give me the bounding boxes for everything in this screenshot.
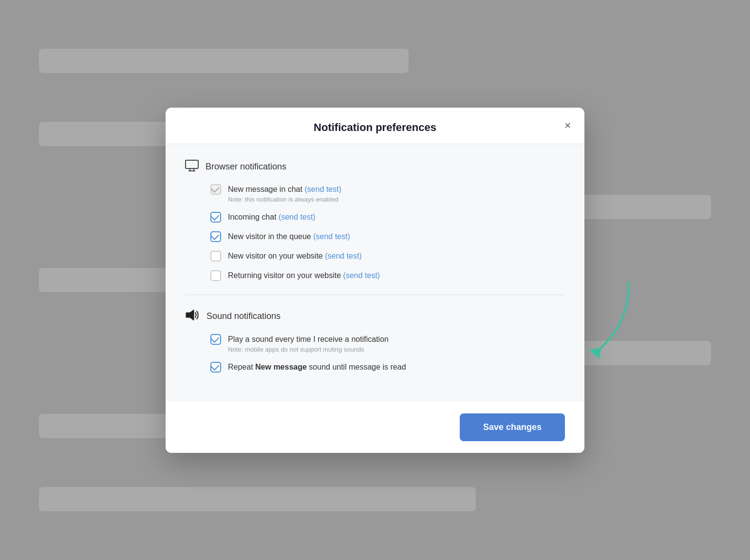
send-test-new-message-chat[interactable]: (send test) xyxy=(304,185,341,193)
close-button[interactable]: × xyxy=(562,118,573,133)
option-new-visitor-queue: New visitor in the queue (send test) xyxy=(210,231,565,242)
option-row: Repeat New message sound until message i… xyxy=(210,362,565,373)
option-label-incoming-chat: Incoming chat (send test) xyxy=(228,213,316,222)
option-label-new-visitor-queue: New visitor in the queue (send test) xyxy=(228,232,350,241)
browser-section-title: Browser notifications xyxy=(206,162,286,172)
modal-footer: Save changes xyxy=(166,402,584,453)
option-new-visitor-website: New visitor on your website (send test) xyxy=(210,251,565,261)
sound-section-header: Sound notifications xyxy=(185,309,565,324)
option-row: New visitor in the queue (send test) xyxy=(210,231,565,242)
option-new-message-chat: New message in chat (send test) Note: th… xyxy=(210,184,565,203)
send-test-new-visitor-queue[interactable]: (send test) xyxy=(313,232,350,241)
send-test-new-visitor-website[interactable]: (send test) xyxy=(325,252,362,260)
sound-options-list: Play a sound every time I receive a noti… xyxy=(185,334,565,373)
modal-body: Browser notifications New message in cha… xyxy=(166,144,584,402)
option-label-repeat-sound: Repeat New message sound until message i… xyxy=(228,363,406,372)
option-label-returning-visitor: Returning visitor on your website (send … xyxy=(228,271,380,280)
svg-rect-0 xyxy=(186,160,198,168)
option-note-new-message-chat: Note: this notification is always enable… xyxy=(228,196,565,203)
option-repeat-sound: Repeat New message sound until message i… xyxy=(210,362,565,373)
speaker-icon xyxy=(185,309,200,324)
option-incoming-chat: Incoming chat (send test) xyxy=(210,212,565,223)
checkbox-incoming-chat[interactable] xyxy=(210,212,221,223)
checkbox-new-visitor-website[interactable] xyxy=(210,251,221,261)
option-row: Play a sound every time I receive a noti… xyxy=(210,334,565,345)
option-row: New message in chat (send test) xyxy=(210,184,565,195)
send-test-returning-visitor[interactable]: (send test) xyxy=(343,271,380,280)
send-test-incoming-chat[interactable]: (send test) xyxy=(279,213,316,221)
svg-marker-5 xyxy=(589,348,601,359)
notification-preferences-modal: Notification preferences × Browser n xyxy=(166,108,584,453)
checkbox-new-message-chat[interactable] xyxy=(210,184,221,195)
checkbox-returning-visitor[interactable] xyxy=(210,270,221,281)
monitor-icon xyxy=(185,160,199,174)
save-changes-button[interactable]: Save changes xyxy=(460,413,565,441)
browser-section-header: Browser notifications xyxy=(185,160,565,174)
sound-notifications-section: Sound notifications Play a sound every t… xyxy=(185,309,565,373)
option-returning-visitor: Returning visitor on your website (send … xyxy=(210,270,565,281)
checkbox-new-visitor-queue[interactable] xyxy=(210,231,221,242)
option-row: Returning visitor on your website (send … xyxy=(210,270,565,281)
modal-title: Notification preferences xyxy=(314,121,436,134)
option-note-play-sound: Note: mobile apps do not support muting … xyxy=(228,346,565,353)
checkbox-repeat-sound[interactable] xyxy=(210,362,221,373)
option-label-new-message-chat: New message in chat (send test) xyxy=(228,185,341,194)
sound-section-title: Sound notifications xyxy=(206,311,281,321)
modal-header: Notification preferences × xyxy=(166,108,584,144)
option-label-new-visitor-website: New visitor on your website (send test) xyxy=(228,252,362,261)
checkbox-play-sound[interactable] xyxy=(210,334,221,345)
section-divider xyxy=(185,295,565,295)
svg-marker-4 xyxy=(186,310,194,320)
option-play-sound: Play a sound every time I receive a noti… xyxy=(210,334,565,353)
option-row: Incoming chat (send test) xyxy=(210,212,565,223)
browser-notifications-section: Browser notifications New message in cha… xyxy=(185,160,565,281)
option-label-play-sound: Play a sound every time I receive a noti… xyxy=(228,335,389,344)
option-row: New visitor on your website (send test) xyxy=(210,251,565,261)
browser-options-list: New message in chat (send test) Note: th… xyxy=(185,184,565,281)
